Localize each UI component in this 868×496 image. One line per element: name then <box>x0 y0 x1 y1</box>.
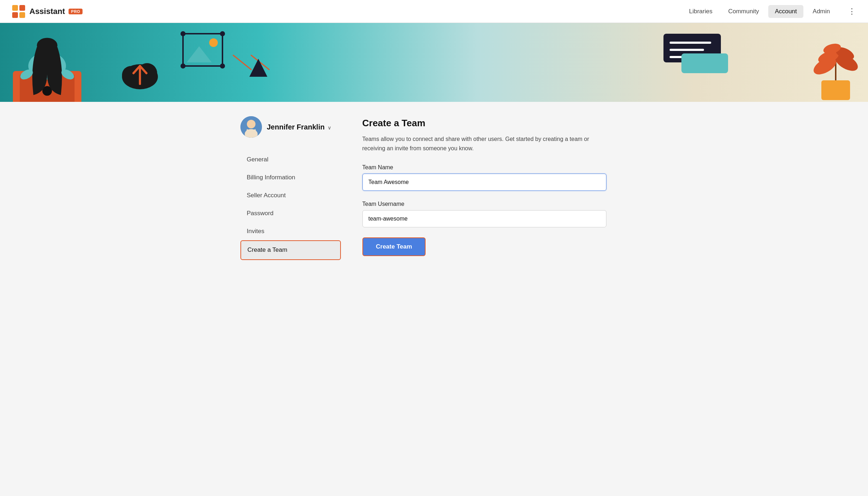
svg-point-18 <box>220 31 225 36</box>
sidebar-item-password[interactable]: Password <box>240 204 341 222</box>
user-name: Jennifer Franklin <box>267 123 325 131</box>
banner-chat-bubbles <box>660 30 732 77</box>
svg-line-23 <box>233 55 251 70</box>
content-area: Create a Team Teams allow you to connect… <box>362 116 628 260</box>
pro-badge: PRO <box>69 9 83 14</box>
main-nav: Libraries Community Account Admin <box>682 5 836 18</box>
page-title: Create a Team <box>362 118 628 129</box>
more-menu-icon[interactable]: ⋮ <box>848 7 857 16</box>
logo-area: Assistant PRO <box>11 4 83 19</box>
banner-image-frame-icon <box>179 30 226 70</box>
avatar-image <box>240 116 262 138</box>
team-username-group: Team Username <box>362 201 628 227</box>
banner-content <box>0 23 868 102</box>
header: Assistant PRO Libraries Community Accoun… <box>0 0 868 23</box>
svg-marker-25 <box>249 59 267 77</box>
nav-item-libraries[interactable]: Libraries <box>682 5 719 18</box>
logo-text: Assistant <box>29 7 65 16</box>
svg-point-17 <box>180 31 186 36</box>
banner <box>0 23 868 102</box>
banner-plant-decoration <box>807 23 864 102</box>
team-name-group: Team Name <box>362 164 628 191</box>
logo-icon <box>11 4 26 19</box>
sidebar-nav: General Billing Information Seller Accou… <box>240 151 341 260</box>
team-name-label: Team Name <box>362 164 628 171</box>
banner-person-illustration <box>0 27 115 102</box>
svg-rect-3 <box>19 12 25 18</box>
banner-arrows-decoration <box>230 52 273 80</box>
svg-marker-22 <box>187 46 212 62</box>
chevron-down-icon: ∨ <box>328 125 331 131</box>
svg-rect-2 <box>12 12 18 18</box>
svg-rect-31 <box>821 80 850 100</box>
team-name-input[interactable] <box>362 174 606 191</box>
sidebar-item-general[interactable]: General <box>240 151 341 169</box>
svg-rect-30 <box>681 53 728 73</box>
svg-rect-0 <box>12 5 18 11</box>
nav-item-admin[interactable]: Admin <box>806 5 836 18</box>
main-content: Jennifer Franklin ∨ General Billing Info… <box>219 102 649 274</box>
avatar <box>240 116 262 138</box>
sidebar: Jennifer Franklin ∨ General Billing Info… <box>240 116 341 260</box>
svg-point-39 <box>247 120 255 128</box>
sidebar-item-invites[interactable]: Invites <box>240 222 341 240</box>
user-info: Jennifer Franklin ∨ <box>240 116 341 138</box>
create-team-button[interactable]: Create Team <box>362 237 426 256</box>
nav-item-account[interactable]: Account <box>768 5 803 18</box>
team-username-label: Team Username <box>362 201 628 207</box>
banner-cloud-icon <box>118 55 161 91</box>
page-description: Teams allow you to connect and share wit… <box>362 134 606 153</box>
sidebar-item-create-team[interactable]: Create a Team <box>240 240 341 260</box>
nav-item-community[interactable]: Community <box>722 5 765 18</box>
svg-point-21 <box>209 38 218 47</box>
sidebar-item-billing[interactable]: Billing Information <box>240 169 341 186</box>
sidebar-item-seller[interactable]: Seller Account <box>240 186 341 204</box>
svg-point-20 <box>220 63 225 69</box>
user-name-area[interactable]: Jennifer Franklin ∨ <box>267 123 332 131</box>
svg-rect-1 <box>19 5 25 11</box>
team-username-input[interactable] <box>362 210 606 227</box>
svg-point-19 <box>180 63 186 69</box>
